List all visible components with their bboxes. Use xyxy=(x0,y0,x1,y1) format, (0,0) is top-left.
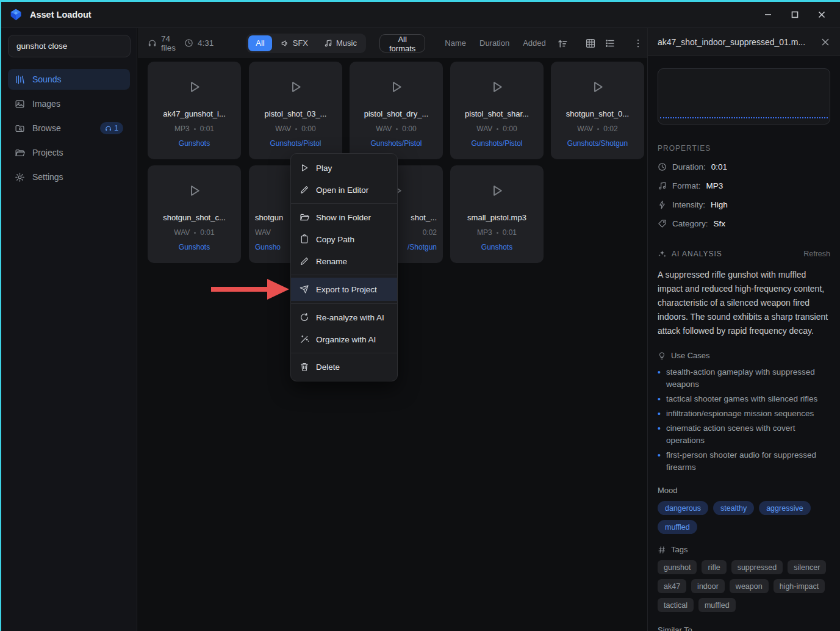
tag-pill: tactical xyxy=(658,598,694,612)
sidebar-item-sounds[interactable]: Sounds xyxy=(8,69,130,90)
filter-all-label: All xyxy=(256,38,264,48)
lightbulb-icon xyxy=(658,352,666,360)
menu-item-label: Show in Folder xyxy=(316,213,371,222)
sound-card[interactable]: shotgun_shot_c... WAV0:01 Gunshots xyxy=(148,165,241,263)
menu-item-play[interactable]: Play xyxy=(291,157,397,179)
sound-category-link[interactable]: Gunshots/Pistol xyxy=(356,139,437,148)
sound-category-link[interactable]: Gunshots/Shotgun xyxy=(557,139,638,148)
filter-sfx-button[interactable]: SFX xyxy=(273,35,315,51)
sound-card[interactable]: small_pistol.mp3 MP30:01 Gunshots xyxy=(450,165,544,263)
menu-item-export-to-project[interactable]: Export to Project xyxy=(291,278,397,301)
use-cases-list: •stealth-action gameplay with suppressed… xyxy=(658,366,830,474)
sound-format: WAV xyxy=(476,124,492,133)
filter-music-label: Music xyxy=(336,38,357,48)
pencil-icon xyxy=(300,185,309,195)
sound-category-link[interactable]: Gunshots xyxy=(154,243,235,251)
headphones-icon xyxy=(105,125,112,132)
clipboard-icon xyxy=(300,234,309,244)
detail-header: ak47_shot_indoor_suppressed_01.m... xyxy=(648,28,840,56)
menu-item-delete[interactable]: Delete xyxy=(291,356,397,378)
mood-title: Mood xyxy=(658,486,830,495)
sort-by-duration[interactable]: Duration xyxy=(477,38,512,48)
filter-music-button[interactable]: Music xyxy=(317,35,364,51)
play-icon[interactable] xyxy=(450,79,544,95)
tag-pill: rifle xyxy=(702,560,726,574)
tag-pill: gunshot xyxy=(658,560,697,574)
menu-item-label: Play xyxy=(316,164,332,173)
sound-name: pistol_shot_dry_... xyxy=(356,109,437,118)
use-case-text: stealth-action gameplay with suppressed … xyxy=(666,366,830,391)
mood-pills: dangerous stealthy aggressive muffled xyxy=(658,501,830,534)
more-options-button[interactable] xyxy=(633,37,644,50)
sound-card[interactable]: shotgun_shot_0... WAV0:02 Gunshots/Shotg… xyxy=(551,62,644,159)
grid-view-button[interactable] xyxy=(585,37,596,50)
list-view-button[interactable] xyxy=(605,37,616,50)
sidebar-item-images[interactable]: Images xyxy=(8,93,130,114)
sound-card[interactable]: pistol_shot_dry_... WAV0:00 Gunshots/Pis… xyxy=(350,62,443,159)
menu-item-open-in-editor[interactable]: Open in Editor xyxy=(291,179,397,201)
menu-item-label: Copy Path xyxy=(316,235,354,244)
sound-format: WAV xyxy=(376,124,392,133)
sound-name: pistol_shot_03_... xyxy=(255,109,336,118)
sound-card[interactable]: pistol_shot_03_... WAV0:00 Gunshots/Pist… xyxy=(249,62,342,159)
filter-all-button[interactable]: All xyxy=(248,35,271,51)
sound-card[interactable]: pistol_shot_shar... WAV0:00 Gunshots/Pis… xyxy=(450,62,544,159)
sidebar-item-settings[interactable]: Settings xyxy=(8,167,130,187)
use-case-text: cinematic action scenes with covert oper… xyxy=(666,422,830,447)
maximize-button[interactable] xyxy=(790,10,800,20)
sidebar-item-browse[interactable]: Browse 1 xyxy=(8,118,130,139)
minimize-button[interactable] xyxy=(763,10,773,20)
meta-dot xyxy=(497,128,498,130)
play-icon xyxy=(300,163,309,173)
play-icon[interactable] xyxy=(551,79,644,95)
tag-pill: muffled xyxy=(698,598,736,612)
use-case-item: •tactical shooter games with silenced ri… xyxy=(658,393,830,405)
sound-format: MP3 xyxy=(174,124,190,133)
menu-item-label: Export to Project xyxy=(316,285,377,294)
menu-item-rename[interactable]: Rename xyxy=(291,250,397,272)
search-input[interactable] xyxy=(8,35,131,57)
tags-title: Tags xyxy=(671,545,687,554)
sound-category-link[interactable]: Gunshots xyxy=(456,243,537,251)
format-filter-button[interactable]: All formats xyxy=(379,34,425,52)
refresh-link[interactable]: Refresh xyxy=(803,250,830,258)
close-button[interactable] xyxy=(817,10,827,20)
menu-item-reanalyze-with-ai[interactable]: Re-analyze with AI xyxy=(291,306,397,328)
menu-item-show-in-folder[interactable]: Show in Folder xyxy=(291,206,397,228)
tag-pill: high-impact xyxy=(774,579,825,593)
property-value: High xyxy=(711,200,728,209)
menu-item-organize-with-ai[interactable]: Organize with AI xyxy=(291,328,397,350)
sound-category-link[interactable]: Gunshots xyxy=(154,139,235,148)
similar-to-title: Similar To xyxy=(658,626,830,631)
close-icon[interactable] xyxy=(820,37,830,47)
sort-ascending-button[interactable] xyxy=(557,37,568,50)
waveform-display[interactable] xyxy=(658,68,830,124)
property-category: Category: Sfx xyxy=(658,219,830,228)
sound-meta: MP30:01 xyxy=(456,228,537,237)
sound-category-link[interactable]: Gunshots/Pistol xyxy=(456,139,537,148)
menu-item-copy-path[interactable]: Copy Path xyxy=(291,228,397,250)
speaker-icon xyxy=(281,39,289,48)
sound-category-link[interactable]: Gunshots/Pistol xyxy=(255,139,336,148)
sound-duration: 0:01 xyxy=(503,228,517,237)
meta-dot xyxy=(194,232,196,234)
sound-format: WAV xyxy=(174,228,190,237)
play-icon[interactable] xyxy=(249,79,342,95)
sort-by-name[interactable]: Name xyxy=(442,38,468,48)
sound-card[interactable]: ak47_gunshot_i... MP30:01 Gunshots xyxy=(148,62,241,159)
sort-by-added[interactable]: Added xyxy=(520,38,548,48)
gear-icon xyxy=(15,172,25,182)
tag-pill: ak47 xyxy=(658,579,686,593)
refresh-icon xyxy=(300,312,309,322)
play-icon[interactable] xyxy=(350,79,443,95)
bullet: • xyxy=(658,408,661,420)
file-count-label: 74 files xyxy=(161,34,176,52)
sidebar-item-projects[interactable]: Projects xyxy=(8,142,130,163)
play-icon[interactable] xyxy=(148,182,241,199)
total-duration: 4:31 xyxy=(184,38,214,48)
sidebar-item-label: Browse xyxy=(32,123,61,133)
play-icon[interactable] xyxy=(450,182,544,199)
meta-dot xyxy=(597,128,599,130)
play-icon[interactable] xyxy=(148,79,241,95)
ai-analysis-title: AI ANALYSIS xyxy=(672,250,722,258)
